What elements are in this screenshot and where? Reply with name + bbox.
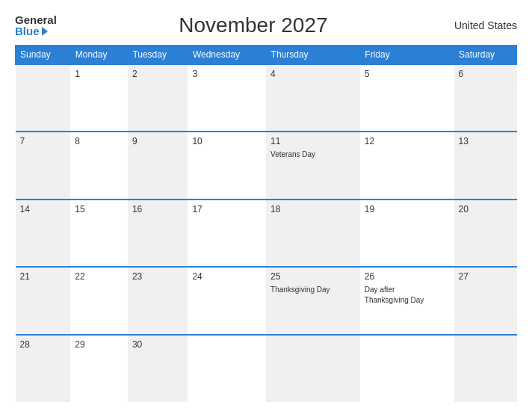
calendar-cell: 4 [266, 64, 360, 132]
day-number: 14 [20, 204, 66, 214]
day-number: 18 [270, 204, 356, 214]
day-header-thursday: Thursday [266, 46, 360, 65]
day-number: 24 [192, 271, 262, 282]
day-number: 28 [20, 339, 66, 350]
day-number: 29 [75, 339, 123, 350]
calendar-cell [360, 335, 454, 402]
day-number: 12 [365, 136, 450, 146]
week-row-3: 14151617181920 [16, 200, 517, 267]
calendar-cell: 20 [454, 200, 517, 267]
day-number: 1 [75, 69, 123, 79]
day-number: 6 [459, 69, 513, 79]
day-number: 21 [20, 271, 66, 282]
calendar-cell: 25Thanksgiving Day [266, 267, 360, 334]
calendar-cell [266, 335, 360, 402]
day-number: 27 [459, 271, 513, 282]
calendar-cell: 7 [16, 132, 71, 199]
day-number: 19 [365, 204, 450, 214]
days-of-week-row: SundayMondayTuesdayWednesdayThursdayFrid… [16, 46, 517, 65]
day-number: 17 [192, 204, 262, 214]
calendar-header: General Blue November 2027 United States [15, 13, 517, 37]
event-label: Thanksgiving Day [270, 285, 330, 294]
day-header-sunday: Sunday [16, 46, 71, 65]
day-number: 3 [192, 69, 262, 79]
day-number: 23 [132, 271, 184, 282]
calendar-cell: 18 [266, 200, 360, 267]
event-label: Veterans Day [270, 150, 315, 158]
day-number: 2 [132, 69, 184, 79]
calendar-cell: 23 [128, 267, 188, 334]
calendar-cell: 22 [70, 267, 128, 334]
calendar-body: 1234567891011Veterans Day121314151617181… [16, 64, 517, 402]
calendar-cell [454, 335, 517, 402]
calendar-cell: 9 [128, 132, 188, 199]
calendar-cell: 16 [128, 200, 188, 267]
day-number: 10 [192, 136, 262, 146]
week-row-1: 123456 [16, 64, 517, 132]
event-label: Day afterThanksgiving Day [365, 285, 424, 304]
calendar-table: SundayMondayTuesdayWednesdayThursdayFrid… [15, 45, 517, 402]
logo-triangle-icon [42, 27, 48, 36]
calendar-cell: 27 [454, 267, 517, 334]
calendar-cell: 1 [70, 64, 128, 132]
calendar-cell: 2 [128, 64, 188, 132]
calendar-cell: 29 [70, 335, 128, 402]
country-label: United States [450, 19, 517, 31]
calendar-cell: 26Day afterThanksgiving Day [360, 267, 454, 334]
week-row-5: 282930 [16, 335, 517, 402]
day-header-saturday: Saturday [454, 46, 517, 65]
day-number: 8 [75, 136, 123, 146]
calendar-cell: 14 [16, 200, 71, 267]
day-header-wednesday: Wednesday [188, 46, 266, 65]
day-number: 13 [459, 136, 513, 146]
calendar-cell: 17 [188, 200, 266, 267]
day-number: 20 [459, 204, 513, 214]
calendar-cell: 12 [360, 132, 454, 199]
calendar-cell: 6 [454, 64, 517, 132]
day-number: 5 [365, 69, 450, 79]
calendar-title: November 2027 [57, 13, 450, 37]
day-number: 11 [270, 136, 356, 146]
calendar-cell: 28 [16, 335, 71, 402]
day-number: 4 [270, 69, 356, 79]
day-number: 15 [75, 204, 123, 214]
calendar-cell: 8 [70, 132, 128, 199]
calendar-cell [16, 64, 71, 132]
day-number: 7 [20, 136, 66, 146]
day-header-monday: Monday [70, 46, 128, 65]
day-header-friday: Friday [360, 46, 454, 65]
day-number: 26 [365, 271, 450, 282]
logo: General Blue [15, 14, 57, 37]
calendar-cell: 13 [454, 132, 517, 199]
calendar-cell: 30 [128, 335, 188, 402]
logo-blue-text: Blue [15, 25, 57, 37]
calendar-cell: 10 [188, 132, 266, 199]
calendar-cell: 21 [16, 267, 71, 334]
week-row-2: 7891011Veterans Day1213 [16, 132, 517, 199]
day-number: 16 [132, 204, 184, 214]
day-number: 25 [270, 271, 356, 282]
calendar-cell: 3 [188, 64, 266, 132]
day-number: 30 [132, 339, 184, 350]
day-number: 22 [75, 271, 123, 282]
calendar-header-row: SundayMondayTuesdayWednesdayThursdayFrid… [16, 46, 517, 65]
calendar-cell: 15 [70, 200, 128, 267]
logo-general-text: General [15, 14, 57, 25]
calendar-cell: 11Veterans Day [266, 132, 360, 199]
calendar-cell: 5 [360, 64, 454, 132]
calendar-cell: 24 [188, 267, 266, 334]
calendar-page: General Blue November 2027 United States… [0, 0, 532, 411]
week-row-4: 2122232425Thanksgiving Day26Day afterTha… [16, 267, 517, 334]
calendar-cell: 19 [360, 200, 454, 267]
calendar-cell [188, 335, 266, 402]
day-number: 9 [132, 136, 184, 146]
day-header-tuesday: Tuesday [128, 46, 188, 65]
